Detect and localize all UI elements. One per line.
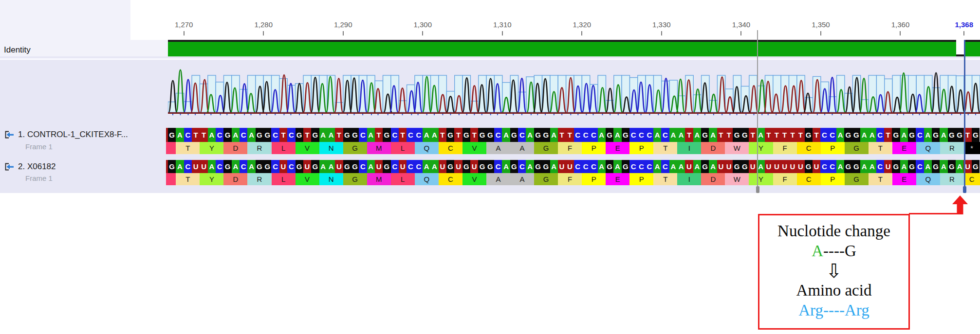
aa-cell[interactable]: L	[272, 173, 296, 185]
nt-cell[interactable]: G	[534, 128, 542, 142]
ruler[interactable]: 1,2701,2801,2901,3001,3101,3201,3301,340…	[0, 0, 980, 40]
nt-cell[interactable]: G	[733, 160, 740, 173]
nt-cell[interactable]: C	[359, 128, 367, 142]
aa-cell[interactable]: Q	[415, 173, 439, 185]
nt-cell[interactable]: C	[271, 128, 279, 142]
nt-cell[interactable]: G	[606, 160, 613, 173]
aa-cell[interactable]: M	[367, 142, 391, 154]
nt-cell[interactable]: A	[860, 128, 868, 142]
nt-cell[interactable]: C	[240, 128, 247, 142]
cursor-position-line[interactable]	[964, 40, 965, 193]
nt-cell[interactable]: C	[184, 160, 192, 173]
aa-cell[interactable]: F	[773, 142, 797, 154]
nt-cell[interactable]: A	[613, 160, 621, 173]
nt-cell[interactable]: A	[550, 160, 558, 173]
nt-cell[interactable]: G	[223, 160, 231, 173]
nt-cell[interactable]: G	[223, 128, 231, 142]
nt-cell[interactable]: C	[829, 128, 836, 142]
nt-cell[interactable]: G	[932, 160, 940, 173]
nt-cell[interactable]: A	[868, 160, 876, 173]
nt-cell[interactable]: A	[247, 160, 255, 173]
nt-cell[interactable]: G	[741, 128, 749, 142]
nt-cell[interactable]: C	[629, 160, 637, 173]
nt-cell[interactable]: A	[924, 160, 932, 173]
nt-cell[interactable]: T	[796, 128, 804, 142]
selection-boundary-line[interactable]	[757, 30, 758, 193]
nt-cell[interactable]: T	[749, 128, 757, 142]
nt-cell[interactable]: A	[677, 160, 685, 173]
aa-cell[interactable]: N	[319, 173, 343, 185]
nt-cell[interactable]: G	[542, 160, 550, 173]
nt-cell[interactable]: G	[263, 128, 271, 142]
nt-cell[interactable]: U	[192, 160, 200, 173]
nt-cell[interactable]: C	[916, 160, 924, 173]
nt-cell[interactable]: G	[956, 128, 963, 142]
nt-cell[interactable]: G	[948, 160, 956, 173]
nt-cell[interactable]: G	[606, 128, 613, 142]
nt-cell[interactable]: U	[454, 160, 462, 173]
nt-cell[interactable]: T	[439, 128, 446, 142]
nt-cell[interactable]: T	[558, 128, 566, 142]
nt-cell[interactable]: T	[789, 128, 796, 142]
nt-cell[interactable]: U	[789, 160, 796, 173]
nt-cell[interactable]: A	[693, 128, 701, 142]
nt-cell[interactable]: A	[367, 128, 375, 142]
aa-cell[interactable]: D	[701, 173, 725, 185]
nt-cell[interactable]: A	[526, 128, 534, 142]
aa-cell[interactable]: G	[534, 173, 558, 185]
nt-cell[interactable]: C	[407, 128, 414, 142]
nt-cell[interactable]: G	[446, 160, 454, 173]
nt-cell[interactable]: U	[335, 160, 343, 173]
nt-cell[interactable]: C	[574, 128, 582, 142]
nt-cell[interactable]: U	[279, 160, 287, 173]
nt-cell[interactable]: U	[773, 160, 780, 173]
aa-cell[interactable]: V	[296, 142, 319, 154]
nt-cell[interactable]: C	[661, 160, 669, 173]
nt-cell[interactable]: G	[972, 160, 980, 173]
aa-cell[interactable]: V	[462, 142, 486, 154]
nt-cell[interactable]: A	[430, 160, 438, 173]
aa-cell[interactable]: F	[558, 173, 582, 185]
nt-cell[interactable]: G	[256, 128, 263, 142]
aa-cell[interactable]: C	[439, 142, 462, 154]
nt-cell[interactable]: C	[359, 160, 367, 173]
nt-cell[interactable]: A	[232, 160, 240, 173]
aa-cell[interactable]: Q	[916, 142, 940, 154]
aa-cell[interactable]: N	[319, 142, 343, 154]
nt-cell[interactable]: U	[566, 160, 573, 173]
nt-cell[interactable]: G	[852, 160, 860, 173]
nt-cell[interactable]: A	[550, 128, 558, 142]
nt-cell[interactable]: G	[168, 160, 176, 173]
nt-cell[interactable]: G	[972, 128, 980, 142]
aa-cell[interactable]: Y	[749, 142, 773, 154]
nt-cell[interactable]: T	[884, 128, 892, 142]
aa-cell[interactable]: G	[845, 142, 869, 154]
nt-cell[interactable]: A	[319, 160, 327, 173]
nt-cell[interactable]: G	[844, 160, 852, 173]
nt-cell[interactable]: C	[582, 160, 590, 173]
aa-cell[interactable]: T	[176, 173, 200, 185]
nt-cell[interactable]: A	[940, 160, 947, 173]
aa-cell[interactable]: Q	[415, 142, 439, 154]
aa-cell[interactable]: W	[725, 173, 749, 185]
nt-cell[interactable]: A	[423, 128, 430, 142]
nt-cell[interactable]: G	[478, 160, 486, 173]
nt-cell[interactable]: A	[868, 128, 876, 142]
aa-cell[interactable]: C	[439, 173, 462, 185]
nt-cell[interactable]: C	[876, 128, 884, 142]
nt-cell[interactable]: C	[494, 160, 502, 173]
nt-cell[interactable]: A	[176, 160, 184, 173]
aa-cell[interactable]: D	[223, 173, 247, 185]
aa-cell[interactable]: I	[677, 173, 701, 185]
nt-cell[interactable]: C	[582, 128, 590, 142]
nt-cell[interactable]: G	[296, 160, 303, 173]
nt-cell[interactable]: C	[184, 128, 192, 142]
nt-cell[interactable]: C	[637, 128, 645, 142]
nt-cell[interactable]: G	[701, 160, 709, 173]
aa-cell[interactable]: E	[606, 142, 629, 154]
nt-cell[interactable]: U	[780, 160, 788, 173]
nt-cell[interactable]: U	[813, 160, 820, 173]
nt-cell[interactable]: C	[391, 160, 399, 173]
nt-cell[interactable]: T	[813, 128, 820, 142]
nt-cell[interactable]: U	[884, 160, 892, 173]
